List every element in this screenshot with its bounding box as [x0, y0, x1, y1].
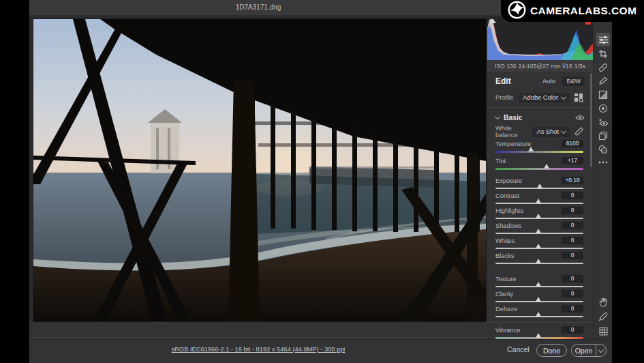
auto-button[interactable]: Auto	[538, 76, 559, 86]
slider-handle[interactable]	[536, 282, 541, 287]
slider-handle[interactable]	[536, 244, 541, 248]
shadows-track[interactable]	[495, 233, 583, 234]
slider-handle[interactable]	[536, 259, 541, 263]
profile-browser-icon[interactable]	[574, 93, 585, 102]
linear-gradient-tool-button[interactable]	[596, 88, 610, 102]
slider-value[interactable]: 6100	[562, 140, 583, 147]
slider-label: Texture	[495, 276, 517, 282]
cameralabs-watermark: CAMERALABS.COM	[501, 0, 644, 22]
exposure-track[interactable]	[495, 188, 583, 189]
slider-handle[interactable]	[544, 164, 549, 169]
slider-value[interactable]: 0	[562, 237, 583, 244]
shadow-clipping-indicator[interactable]	[489, 18, 496, 23]
slider-handle[interactable]	[536, 312, 541, 317]
slider-label: Shadows	[495, 222, 521, 229]
histogram-plot	[487, 16, 593, 60]
slider-label: Contrast	[495, 192, 519, 199]
dehaze-track[interactable]	[495, 316, 583, 317]
open-label: Open	[572, 347, 596, 355]
slider-value[interactable]: 0	[562, 222, 583, 229]
slider-value[interactable]: +17	[562, 157, 583, 164]
panel-scrollbar[interactable]	[590, 73, 592, 167]
crop-icon	[598, 49, 608, 59]
blacks-track[interactable]	[495, 263, 583, 264]
crop-tool-button[interactable]	[596, 47, 610, 61]
chevron-down-icon	[495, 114, 500, 119]
blacks-slider: Blacks0	[495, 252, 583, 264]
slider-label: Highlights	[495, 207, 523, 214]
slider-handle[interactable]	[536, 229, 541, 233]
color-sampler-tool-button[interactable]	[596, 310, 610, 323]
red-eye-icon	[598, 118, 609, 127]
grid-icon	[599, 327, 608, 336]
cameralabs-shuriken-icon	[508, 1, 526, 22]
white-balance-dropdown[interactable]: As Shot	[532, 127, 570, 137]
exposure-slider: Exposure+0.10	[495, 177, 583, 189]
clarity-track[interactable]	[495, 301, 583, 302]
slider-handle[interactable]	[536, 199, 541, 203]
chevron-down-icon	[598, 347, 604, 352]
exif-aperture: f/16	[562, 63, 572, 70]
tint-track[interactable]	[495, 168, 583, 170]
snapshots-panel-button[interactable]	[596, 143, 610, 156]
photo-preview[interactable]	[33, 18, 487, 322]
exif-shutter: 1/5s	[574, 63, 585, 70]
slider-label: Blacks	[495, 252, 514, 259]
temperature-slider: Temperature 6100	[495, 140, 583, 152]
cancel-button[interactable]: Cancel	[507, 345, 530, 353]
basic-section-title: Basic	[504, 114, 571, 121]
image-canvas-area: 27.2% ☆ ☆ ☆ ☆ ☆	[29, 15, 487, 321]
slider-handle[interactable]	[536, 297, 541, 302]
pier-photo	[33, 19, 486, 321]
slider-value[interactable]: 0	[562, 252, 583, 259]
slider-handle[interactable]	[537, 184, 542, 188]
hand-tool-button[interactable]	[596, 295, 610, 309]
masking-brush-tool-button[interactable]	[596, 74, 610, 88]
slider-label: Whites	[495, 237, 515, 244]
edit-tool-button[interactable]	[596, 33, 610, 46]
document-title: 1D7A3171.dng	[29, 0, 487, 15]
basic-section-header[interactable]: Basic	[495, 108, 585, 124]
texture-track[interactable]	[495, 286, 583, 287]
healing-tool-button[interactable]	[596, 61, 610, 74]
cameralabs-brand-text: CAMERALABS.COM	[530, 5, 637, 17]
slider-handle[interactable]	[536, 333, 541, 338]
slider-value[interactable]: 0	[562, 192, 583, 199]
snapshots-icon	[598, 145, 608, 154]
open-menu-chevron[interactable]	[596, 349, 606, 352]
more-tools-button[interactable]	[596, 156, 610, 169]
slider-value[interactable]: 0	[562, 305, 583, 313]
radial-gradient-icon	[598, 104, 608, 113]
whites-track[interactable]	[495, 248, 583, 249]
slider-handle[interactable]	[536, 214, 541, 218]
bw-button[interactable]: B&W	[562, 76, 585, 86]
profile-dropdown[interactable]: Adobe Color	[519, 93, 570, 103]
workflow-options-link[interactable]: sRGB IEC61966-2.1 - 16 bit - 8192 x 5464…	[29, 346, 487, 353]
camera-raw-window: 1D7A3171.dng	[29, 0, 612, 363]
white-balance-eyedropper-icon[interactable]	[574, 127, 585, 136]
radial-gradient-tool-button[interactable]	[596, 102, 610, 115]
slider-value[interactable]: +0.10	[562, 177, 583, 184]
slider-value[interactable]: 0	[562, 326, 583, 334]
contrast-track[interactable]	[495, 203, 583, 204]
tool-column	[593, 15, 612, 339]
open-button[interactable]: Open	[571, 344, 607, 357]
slider-handle[interactable]	[528, 147, 534, 151]
basic-visibility-eye-icon[interactable]	[575, 111, 585, 124]
exif-iso: ISO 100	[495, 63, 517, 70]
group-gap	[487, 169, 593, 174]
grid-overlay-button[interactable]	[596, 324, 610, 338]
slider-value[interactable]: 0	[562, 275, 583, 282]
slider-value[interactable]: 0	[562, 290, 583, 297]
done-button[interactable]: Done	[536, 344, 567, 357]
clarity-slider: Clarity0	[495, 290, 583, 302]
red-eye-tool-button[interactable]	[596, 115, 610, 129]
divider	[487, 317, 593, 323]
tint-slider: Tint +17	[495, 157, 583, 169]
histogram[interactable]	[487, 16, 593, 60]
slider-value[interactable]: 0	[562, 207, 583, 214]
highlights-track[interactable]	[495, 218, 583, 219]
presets-panel-button[interactable]	[596, 129, 610, 143]
temperature-track[interactable]	[495, 151, 583, 153]
profile-label: Profile	[495, 94, 513, 101]
